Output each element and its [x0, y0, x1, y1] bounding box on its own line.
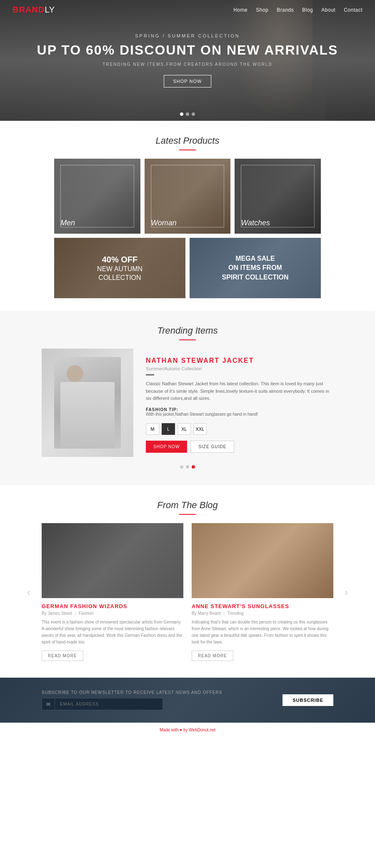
size-options: M L XL XXL — [146, 423, 333, 435]
blog-carousel-wrap: ‹ GERMAN FASHION WIZARDS By James Steed … — [0, 523, 375, 661]
logo-brand: BRAND — [12, 5, 45, 14]
footer-suffix: by WebDonut.net — [183, 728, 215, 732]
promo-card-autumn[interactable]: 40% Off New AutumnCollection — [54, 238, 185, 298]
trending-product-subtitle: Summer/Autumn Collection — [146, 366, 333, 371]
newsletter-section: SUBSCRIBE TO OUR NEWSLETTER TO RECEIVE L… — [0, 678, 375, 723]
trending-title-wrap: Trending Items — [0, 311, 375, 349]
shop-now-button[interactable]: SHOP NOW — [146, 441, 187, 453]
promo-autumn-title: 40% Off — [97, 254, 142, 265]
blog-section-line — [179, 514, 196, 515]
blog-text-2: Indicating that's that can double this p… — [192, 619, 333, 646]
blog-section: From The Blog ‹ GERMAN FASHION WIZARDS B… — [0, 485, 375, 678]
size-btn-m[interactable]: M — [146, 423, 159, 435]
hero-subtitle: SPRING / SUMMER COLLECTION — [37, 33, 338, 38]
hero-dot-3[interactable] — [192, 112, 195, 116]
promo-autumn-subtitle: New AutumnCollection — [97, 265, 142, 282]
trending-dot-2[interactable] — [186, 465, 189, 469]
section-line — [179, 150, 196, 150]
latest-products-section: Latest Products Men Woman — [0, 121, 375, 311]
blog-title-wrap: From The Blog — [0, 485, 375, 523]
blog-image-2 — [192, 523, 333, 598]
newsletter-left: SUBSCRIBE TO OUR NEWSLETTER TO RECEIVE L… — [42, 690, 274, 710]
product-grid-bottom: 40% Off New AutumnCollection MEGA SALEON… — [54, 238, 321, 298]
product-card-woman[interactable]: Woman — [145, 159, 231, 234]
woman-overlay: Woman — [145, 159, 231, 234]
trending-section: Trending Items NATHAN STEWART JACKET Sum… — [0, 311, 375, 485]
blog-category-1: Fashion — [79, 611, 94, 616]
nav-about[interactable]: About — [321, 7, 335, 13]
blog-title-2: ANNE STEWART'S SUNGLASSES — [192, 603, 333, 609]
nav-shop[interactable]: Shop — [256, 7, 268, 13]
product-card-watches[interactable]: Watches — [235, 159, 321, 234]
trending-inner: NATHAN STEWART JACKET Summer/Autumn Coll… — [0, 349, 375, 457]
blog-title-1: GERMAN FASHION WIZARDS — [42, 603, 183, 609]
nav-blog[interactable]: Blog — [302, 7, 313, 13]
trending-tip-text: With this jacket,Nathan Stewart sunglass… — [146, 412, 333, 417]
nav-contact[interactable]: Contact — [344, 7, 362, 13]
product-card-men[interactable]: Men — [54, 159, 140, 234]
trending-tip-label: FASHION TIP: — [146, 407, 333, 412]
nav-brands[interactable]: Brands — [277, 7, 294, 13]
trending-section-line — [179, 339, 196, 340]
watches-label: Watches — [241, 219, 270, 227]
blog-author-1: By James Steed — [42, 611, 72, 616]
header: BRANDLY Home Shop Brands Blog About Cont… — [0, 0, 375, 20]
logo-suffix: LY — [45, 5, 55, 14]
trending-dot-1[interactable] — [180, 465, 183, 469]
trending-product-info: NATHAN STEWART JACKET Summer/Autumn Coll… — [146, 349, 333, 457]
blog-card-2: ANNE STEWART'S SUNGLASSES By Marry Beard… — [192, 523, 333, 661]
hero-shop-now-button[interactable]: SHOP NOW — [164, 75, 212, 87]
promo-mega-text: MEGA SALEON ITEMS FROMSPIRIT COLLECTION — [222, 254, 289, 282]
size-guide-button[interactable]: SIZE GUIDE — [190, 441, 234, 453]
product-action-buttons: SHOP NOW SIZE GUIDE — [146, 441, 333, 453]
newsletter-subscribe-button[interactable]: SUBSCRIBE — [282, 694, 333, 706]
products-grid: Men Woman Watches — [0, 159, 375, 311]
men-label: Men — [60, 219, 75, 227]
newsletter-email-input[interactable] — [55, 698, 163, 710]
blog-posts-grid: GERMAN FASHION WIZARDS By James Steed | … — [0, 523, 375, 661]
hero-title: UP TO 60% DISCOUNT ON NEW ARRIVALS — [37, 42, 338, 58]
blog-meta-2: By Marry Beard | Trending — [192, 611, 333, 616]
blog-text-1: This event is a fashion show of renowned… — [42, 619, 183, 646]
footer: Made with ♥ by WebDonut.net — [0, 723, 375, 737]
latest-products-title-wrap: Latest Products — [0, 121, 375, 159]
email-icon: ✉ — [42, 698, 55, 710]
watches-overlay: Watches — [235, 159, 321, 234]
nav-home[interactable]: Home — [233, 7, 248, 13]
product-grid-top: Men Woman Watches — [54, 159, 321, 234]
hero-dot-1[interactable] — [180, 112, 183, 116]
promo-autumn-text: 40% Off New AutumnCollection — [97, 254, 142, 282]
main-nav: Home Shop Brands Blog About Contact — [233, 7, 362, 13]
latest-products-title: Latest Products — [0, 135, 375, 146]
blog-read-more-2[interactable]: READ MORE — [192, 651, 233, 661]
trending-dot-3[interactable] — [192, 465, 195, 469]
blog-section-title: From The Blog — [0, 500, 375, 511]
blog-read-more-1[interactable]: READ MORE — [42, 651, 83, 661]
blog-category-2: Trending — [227, 611, 243, 616]
newsletter-input-wrap: ✉ — [42, 698, 274, 710]
trending-dots — [0, 457, 375, 469]
trending-product-title: NATHAN STEWART JACKET — [146, 357, 333, 364]
footer-heart: ♥ — [180, 728, 182, 732]
newsletter-label: SUBSCRIBE TO OUR NEWSLETTER TO RECEIVE L… — [42, 690, 274, 695]
hero-dot-2[interactable] — [186, 112, 189, 116]
trending-divider — [146, 374, 154, 375]
trending-title: Trending Items — [0, 325, 375, 336]
men-overlay: Men — [54, 159, 140, 234]
size-btn-l[interactable]: L — [162, 423, 175, 435]
size-btn-xxl[interactable]: XXL — [193, 423, 207, 435]
hero-description: TRENDING NEW ITEMS,FROM CREATORS AROUND … — [37, 62, 338, 67]
logo[interactable]: BRANDLY — [12, 5, 55, 15]
blog-card-1: GERMAN FASHION WIZARDS By James Steed | … — [42, 523, 183, 661]
blog-author-2: By Marry Beard — [192, 611, 220, 616]
footer-text: Made with — [160, 728, 179, 732]
promo-card-mega[interactable]: MEGA SALEON ITEMS FROMSPIRIT COLLECTION — [190, 238, 321, 298]
size-btn-xl[interactable]: XL — [178, 423, 191, 435]
woman-label: Woman — [151, 219, 177, 227]
hero-dots — [180, 112, 195, 116]
blog-image-1 — [42, 523, 183, 598]
blog-next-button[interactable]: › — [345, 586, 348, 598]
promo-mega-title: MEGA SALEON ITEMS FROMSPIRIT COLLECTION — [222, 254, 289, 282]
trending-product-image — [42, 349, 133, 457]
trending-product-description: Classic Nathan Stewart Jacket from his l… — [146, 380, 333, 402]
